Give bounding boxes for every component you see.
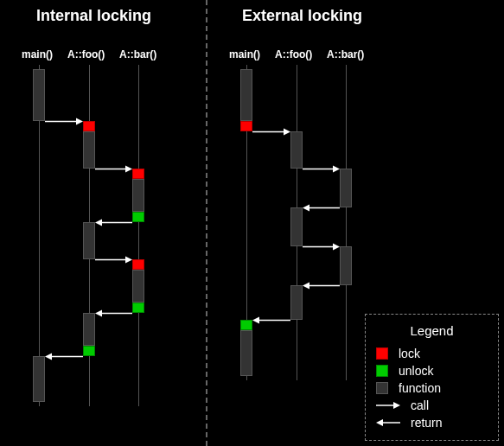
arrow-right-icon xyxy=(376,401,400,410)
lock-segment xyxy=(132,169,144,179)
legend-label: unlock xyxy=(399,364,433,378)
call-arrow xyxy=(252,131,290,132)
lock-segment xyxy=(240,121,252,131)
function-segment xyxy=(290,207,303,246)
lifeline xyxy=(138,65,139,406)
svg-marker-27 xyxy=(376,419,383,426)
svg-marker-5 xyxy=(95,220,102,226)
legend-row-return: return xyxy=(376,416,488,430)
col-bar-2: A::bar() xyxy=(327,48,364,61)
lock-swatch xyxy=(376,347,388,360)
function-segment xyxy=(33,69,45,121)
call-arrow xyxy=(95,259,132,260)
call-arrow xyxy=(303,169,340,169)
legend: Legend lock unlock function call return xyxy=(365,314,499,441)
legend-row-lock: lock xyxy=(376,347,488,360)
legend-row-unlock: unlock xyxy=(376,364,488,378)
legend-label: lock xyxy=(399,347,420,360)
unlock-segment xyxy=(83,346,95,356)
svg-marker-1 xyxy=(76,118,83,125)
unlock-swatch xyxy=(376,365,388,377)
function-segment xyxy=(290,131,303,169)
title-internal: Internal locking xyxy=(36,7,151,25)
unlock-segment xyxy=(132,212,144,222)
function-segment xyxy=(83,313,95,346)
svg-marker-19 xyxy=(333,244,340,251)
return-arrow xyxy=(252,320,290,321)
return-arrow xyxy=(45,356,83,357)
return-arrow xyxy=(95,222,132,223)
function-segment xyxy=(240,69,252,121)
col-bar-1: A::bar() xyxy=(119,48,156,61)
unlock-segment xyxy=(240,320,252,330)
arrow-left-icon xyxy=(376,418,400,427)
function-swatch xyxy=(376,382,388,394)
return-arrow xyxy=(95,313,132,314)
return-arrow xyxy=(303,207,340,208)
svg-marker-11 xyxy=(45,354,52,360)
panel-divider xyxy=(206,0,207,446)
legend-label: call xyxy=(411,398,429,412)
function-segment xyxy=(340,246,352,285)
svg-marker-3 xyxy=(125,166,132,173)
col-main-2: main() xyxy=(229,48,260,61)
function-segment xyxy=(83,131,95,169)
call-arrow xyxy=(95,169,132,169)
function-segment xyxy=(132,179,144,212)
return-arrow xyxy=(303,285,340,286)
legend-row-function: function xyxy=(376,381,488,395)
title-external: External locking xyxy=(242,7,362,25)
svg-marker-13 xyxy=(284,129,290,136)
legend-title: Legend xyxy=(376,323,488,338)
legend-row-call: call xyxy=(376,398,488,412)
function-segment xyxy=(290,285,303,320)
col-foo-2: A::foo() xyxy=(275,48,312,61)
call-arrow xyxy=(303,246,340,247)
legend-label: function xyxy=(399,381,441,395)
function-segment xyxy=(132,270,144,303)
svg-marker-23 xyxy=(252,317,259,324)
svg-marker-9 xyxy=(95,310,102,317)
svg-marker-21 xyxy=(303,283,309,290)
function-segment xyxy=(33,356,45,402)
call-arrow xyxy=(45,121,83,122)
function-segment xyxy=(83,222,95,259)
svg-marker-15 xyxy=(333,166,340,173)
legend-label: return xyxy=(411,416,443,430)
unlock-segment xyxy=(132,303,144,313)
col-foo-1: A::foo() xyxy=(67,48,105,61)
svg-marker-7 xyxy=(125,257,132,264)
svg-marker-25 xyxy=(393,402,400,409)
lock-segment xyxy=(83,121,95,131)
function-segment xyxy=(240,330,252,376)
lock-segment xyxy=(132,259,144,270)
svg-marker-17 xyxy=(303,205,309,212)
function-segment xyxy=(340,169,352,207)
col-main-1: main() xyxy=(22,48,53,61)
lifeline xyxy=(346,65,347,380)
